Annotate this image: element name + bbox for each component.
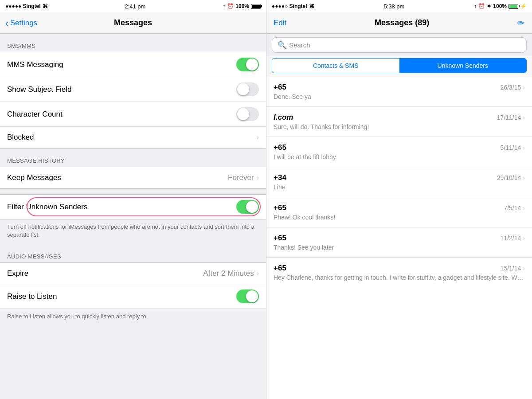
message-top-row: +65 5/11/14 › (274, 143, 525, 152)
left-status-time: 2:41 pm (125, 3, 145, 10)
location-icon: ↑ (223, 3, 225, 9)
raise-description: Raise to Listen allows you to quickly li… (0, 309, 266, 326)
message-preview: Phew! Ok cool thanks! (274, 214, 525, 221)
message-preview: Done. See ya (274, 93, 525, 100)
message-chevron-icon: › (523, 265, 525, 272)
message-top-row: l.com 17/11/14 › (274, 113, 525, 122)
message-date-row: 7/5/14 › (504, 204, 525, 211)
message-item[interactable]: +65 5/11/14 › I will be at the lift lobb… (266, 137, 532, 167)
right-status-right: ↑ ⏰ ✶ 100% ⚡ (474, 3, 527, 9)
message-item[interactable]: l.com 17/11/14 › Sure, will do. Thanks f… (266, 107, 532, 137)
blocked-chevron-icon: › (257, 133, 259, 141)
expire-value: After 2 Minutes (203, 269, 254, 278)
filter-unknown-toggle[interactable] (236, 200, 259, 214)
message-date: 15/1/14 (501, 265, 521, 272)
segment-contacts-sms[interactable]: Contacts & SMS (272, 59, 399, 73)
message-sender: +65 (274, 234, 286, 243)
message-date-row: 26/3/15 › (501, 84, 525, 91)
message-item[interactable]: +65 26/3/15 › Done. See ya (266, 77, 532, 107)
keep-messages-right: Forever › (228, 173, 259, 182)
alarm-icon: ⏰ (227, 3, 234, 9)
message-item[interactable]: +65 7/5/14 › Phew! Ok cool thanks! (266, 197, 532, 227)
right-location-icon: ↑ (474, 3, 477, 9)
show-subject-toggle[interactable] (236, 82, 259, 96)
settings-group-history: Keep Messages Forever › (0, 167, 266, 189)
filter-description: Turn off notifications for iMessages fro… (0, 219, 266, 244)
message-chevron-icon: › (523, 114, 525, 121)
right-nav-bar: Edit Messages (89) ✏ (266, 12, 532, 34)
settings-row-show-subject[interactable]: Show Subject Field (0, 77, 266, 102)
section-header-audio: AUDIO MESSAGES (0, 244, 266, 262)
message-preview: Thanks! See you later (274, 244, 525, 251)
message-date: 5/11/14 (501, 144, 521, 151)
message-top-row: +65 26/3/15 › (274, 83, 525, 92)
settings-row-blocked[interactable]: Blocked › (0, 127, 266, 148)
messages-title: Messages (89) (375, 18, 429, 27)
wifi-icon: ⌘ (43, 3, 48, 9)
message-preview: Line (274, 184, 525, 191)
settings-row-mms-messaging[interactable]: MMS Messaging (0, 52, 266, 77)
message-preview: Sure, will do. Thanks for informing! (274, 123, 525, 130)
message-sender: +65 (274, 83, 286, 92)
settings-row-raise-to-listen[interactable]: Raise to Listen (0, 284, 266, 309)
right-wifi-icon: ⌘ (309, 3, 314, 9)
segment-unknown-senders[interactable]: Unknown Senders (399, 59, 527, 73)
filter-row-wrapper: Filter Unknown Senders (0, 194, 266, 219)
message-chevron-icon: › (523, 174, 525, 181)
left-status-bar: ●●●●● Singtel ⌘ 2:41 pm ↑ ⏰ 100% (0, 0, 266, 12)
message-chevron-icon: › (523, 84, 525, 91)
message-date: 26/3/15 (501, 84, 521, 91)
character-count-toggle[interactable] (236, 107, 259, 121)
message-date-row: 11/2/14 › (501, 235, 525, 242)
left-status-carrier: ●●●●● Singtel ⌘ (5, 3, 48, 9)
section-header-history: MESSAGE HISTORY (0, 149, 266, 167)
search-bar[interactable]: 🔍 Search (272, 37, 527, 53)
edit-button[interactable]: Edit (274, 19, 286, 27)
left-nav-bar: ‹ Settings Messages (0, 12, 266, 34)
show-subject-label: Show Subject Field (7, 85, 72, 94)
message-top-row: +65 15/1/14 › (274, 264, 525, 273)
section-header-smsmms: SMS/MMS (0, 34, 266, 52)
message-chevron-icon: › (523, 144, 525, 151)
right-status-time: 5:38 pm (383, 3, 404, 10)
message-chevron-icon: › (523, 204, 525, 211)
message-item[interactable]: +34 29/10/14 › Line (266, 167, 532, 197)
message-date: 11/2/14 (501, 235, 521, 242)
right-battery-label: 100% (493, 3, 507, 9)
blocked-right: › (257, 133, 259, 141)
message-date-row: 5/11/14 › (501, 144, 525, 151)
segment-control: Contacts & SMS Unknown Senders (272, 58, 527, 73)
settings-row-character-count[interactable]: Character Count (0, 102, 266, 127)
raise-to-listen-toggle[interactable] (236, 289, 259, 303)
spacer (0, 189, 266, 194)
settings-row-expire[interactable]: Expire After 2 Minutes › (0, 263, 266, 284)
message-date-row: 17/11/14 › (497, 114, 525, 121)
keep-messages-chevron-icon: › (257, 174, 259, 182)
message-sender: +65 (274, 203, 286, 212)
right-signal-dots: ●●●●○ Singtel (272, 3, 307, 9)
settings-row-filter-unknown[interactable]: Filter Unknown Senders (0, 195, 266, 219)
message-top-row: +65 7/5/14 › (274, 203, 525, 212)
settings-row-keep-messages[interactable]: Keep Messages Forever › (0, 167, 266, 188)
search-bar-container: 🔍 Search (266, 34, 532, 56)
right-status-carrier: ●●●●○ Singtel ⌘ (272, 3, 314, 9)
page-title: Messages (114, 18, 152, 27)
battery-icon (251, 4, 261, 9)
settings-group-smsmms: MMS Messaging Show Subject Field Charact… (0, 52, 266, 149)
message-item[interactable]: +65 15/1/14 › Hey Charlene, thanks for g… (266, 258, 532, 287)
left-status-right: ↑ ⏰ 100% (223, 3, 261, 9)
message-date: 7/5/14 (504, 204, 521, 211)
mms-messaging-toggle[interactable] (236, 58, 259, 71)
message-preview: Hey Charlene, thanks for getting in touc… (274, 274, 525, 281)
right-battery-icon (509, 4, 518, 9)
right-panel: ●●●●○ Singtel ⌘ 5:38 pm ↑ ⏰ ✶ 100% ⚡ Edi… (266, 0, 532, 399)
compose-button[interactable]: ✏ (517, 18, 525, 28)
message-sender: +34 (274, 173, 286, 182)
message-preview: I will be at the lift lobby (274, 153, 525, 160)
settings-content: SMS/MMS MMS Messaging Show Subject Field… (0, 34, 266, 399)
back-button[interactable]: ‹ Settings (5, 19, 37, 27)
raise-to-listen-label: Raise to Listen (7, 292, 57, 301)
message-item[interactable]: +65 11/2/14 › Thanks! See you later (266, 227, 532, 258)
mms-messaging-label: MMS Messaging (7, 60, 63, 69)
character-count-label: Character Count (7, 110, 63, 119)
